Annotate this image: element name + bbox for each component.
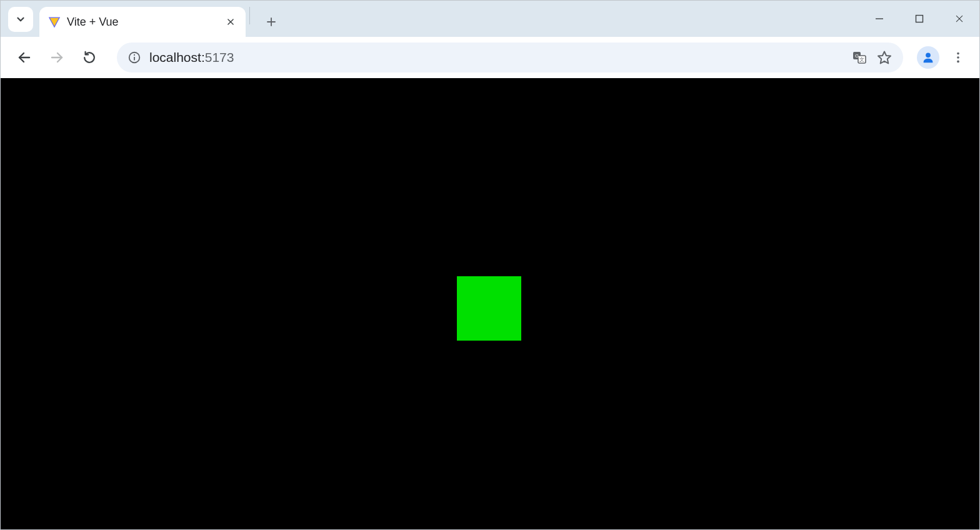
translate-button[interactable]: G 文 bbox=[847, 45, 872, 70]
bookmark-button[interactable] bbox=[872, 45, 897, 70]
svg-text:文: 文 bbox=[859, 57, 864, 62]
window-maximize-button[interactable] bbox=[899, 1, 939, 37]
chrome-menu-button[interactable] bbox=[944, 44, 972, 71]
svg-point-23 bbox=[957, 61, 959, 63]
svg-marker-19 bbox=[878, 52, 891, 64]
tab-separator bbox=[249, 7, 250, 24]
tab-close-button[interactable] bbox=[224, 16, 237, 28]
svg-text:G: G bbox=[855, 53, 859, 59]
tab-strip: Vite + Vue bbox=[1, 1, 979, 37]
tab-active[interactable]: Vite + Vue bbox=[39, 7, 246, 37]
url-text[interactable]: localhost:5173 bbox=[149, 50, 847, 65]
url-port: 5173 bbox=[205, 50, 234, 64]
info-icon bbox=[128, 51, 141, 64]
search-tabs-button[interactable] bbox=[8, 7, 33, 32]
more-vertical-icon bbox=[951, 51, 965, 64]
arrow-right-icon bbox=[49, 50, 64, 65]
svg-point-20 bbox=[926, 52, 931, 58]
svg-point-21 bbox=[957, 52, 959, 55]
green-square bbox=[457, 276, 521, 341]
back-button[interactable] bbox=[11, 44, 38, 71]
site-info-button[interactable] bbox=[126, 49, 143, 66]
svg-point-22 bbox=[957, 56, 959, 59]
vite-favicon-icon bbox=[48, 16, 61, 28]
forward-button[interactable] bbox=[43, 44, 71, 71]
close-icon bbox=[954, 14, 964, 24]
person-icon bbox=[921, 51, 935, 64]
window-controls bbox=[859, 1, 979, 37]
reload-button[interactable] bbox=[76, 44, 103, 71]
minimize-icon bbox=[874, 14, 884, 24]
maximize-icon bbox=[915, 14, 924, 23]
tab-title: Vite + Vue bbox=[67, 16, 224, 29]
svg-point-14 bbox=[134, 54, 135, 56]
window-minimize-button[interactable] bbox=[859, 1, 899, 37]
new-tab-button[interactable] bbox=[260, 11, 282, 33]
address-bar[interactable]: localhost:5173 G 文 bbox=[117, 42, 903, 72]
svg-marker-0 bbox=[49, 18, 59, 27]
star-icon bbox=[877, 50, 892, 65]
svg-rect-7 bbox=[916, 16, 923, 22]
translate-icon: G 文 bbox=[852, 50, 867, 65]
close-icon bbox=[226, 18, 235, 26]
toolbar: localhost:5173 G 文 bbox=[1, 37, 979, 78]
page-viewport bbox=[1, 78, 979, 529]
reload-icon bbox=[82, 51, 96, 64]
url-host: localhost: bbox=[149, 50, 205, 64]
chevron-down-icon bbox=[15, 14, 26, 25]
window-close-button[interactable] bbox=[939, 1, 979, 37]
profile-button[interactable] bbox=[917, 46, 939, 69]
arrow-left-icon bbox=[17, 50, 32, 65]
plus-icon bbox=[266, 16, 277, 28]
